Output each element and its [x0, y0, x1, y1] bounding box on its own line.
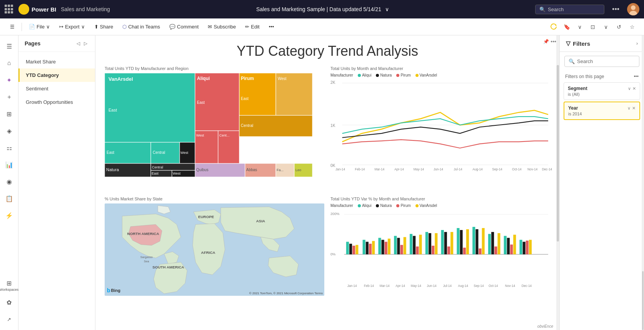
secondbar-more-button[interactable]: ••• — [265, 22, 278, 32]
svg-text:ASIA: ASIA — [256, 219, 265, 223]
svg-text:NORTH AMERICA: NORTH AMERICA — [127, 232, 159, 236]
pages-prev-arrow[interactable]: ◁ — [75, 40, 82, 47]
view-button[interactable]: ⊡ — [587, 21, 599, 33]
svg-rect-121 — [523, 242, 526, 255]
svg-rect-106 — [463, 248, 466, 254]
reset-button[interactable]: ↺ — [613, 21, 625, 33]
page-item-ytd-category[interactable]: YTD Category — [18, 68, 95, 82]
svg-rect-103 — [450, 232, 453, 254]
bookmark-button[interactable]: 🔖 — [561, 21, 572, 33]
svg-text:Sep-14: Sep-14 — [474, 284, 484, 288]
secondbar: ☰ 📄 File ∨ ↦ Export ∨ ⬆ Share ⬡ Chat in … — [0, 18, 644, 35]
filter-year-dropdown-icon[interactable]: ∨ — [627, 106, 631, 111]
svg-rect-85 — [382, 240, 384, 255]
pin-icon[interactable]: 📌 — [543, 39, 549, 44]
page-item-sentiment[interactable]: Sentiment — [18, 82, 95, 95]
subscribe-button[interactable]: ✉ Subscribe — [204, 22, 240, 32]
edit-label: Edit — [251, 24, 259, 30]
leftnav-item-menu[interactable]: ☰ — [2, 38, 17, 54]
file-button[interactable]: 📄 File ∨ — [25, 22, 54, 32]
share-button[interactable]: ⬆ Share — [90, 22, 117, 32]
filter-card-segment[interactable]: Segment ∨ ✕ is (All) — [564, 82, 640, 100]
line-chart-legend: Manufacturer Aliqui Natura Pirum VanArsd… — [330, 73, 550, 77]
svg-rect-84 — [378, 238, 381, 254]
leftnav-item-home[interactable]: ⌂ — [2, 55, 17, 71]
subscribe-icon: ✉ — [208, 24, 212, 30]
leftnav-item-navigate[interactable]: ↗ — [2, 312, 17, 327]
page-item-market-share[interactable]: Market Share — [18, 55, 95, 68]
comment-button[interactable]: 💬 Comment — [165, 22, 202, 32]
svg-rect-80 — [363, 240, 365, 255]
refresh-button[interactable] — [548, 21, 559, 33]
chevron-icon[interactable]: ∨ — [385, 6, 389, 12]
bar-chart[interactable]: 200% 0% — [330, 209, 550, 302]
svg-rect-104 — [457, 228, 459, 254]
leftnav-item-realtime[interactable]: ⚡ — [2, 208, 17, 223]
svg-rect-87 — [388, 238, 390, 254]
svg-text:Dec-14: Dec-14 — [522, 284, 532, 288]
edit-button[interactable]: ✏ Edit — [241, 22, 263, 32]
leftnav-item-metrics[interactable]: 📊 — [2, 157, 17, 172]
svg-text:0%: 0% — [330, 252, 335, 256]
filter-segment-clear-icon[interactable]: ✕ — [632, 86, 636, 91]
svg-rect-96 — [425, 232, 428, 254]
svg-text:Leo: Leo — [295, 168, 301, 172]
filter-card-year[interactable]: Year ∨ ✕ is 2014 — [564, 102, 640, 120]
svg-text:Central: Central — [152, 165, 163, 169]
leftnav-item-workspaces[interactable]: ⊞Workspaces — [2, 278, 17, 293]
report-header-title: Sales and Marketing Sample | Data update… — [115, 6, 531, 12]
content-more-icon[interactable]: ••• — [551, 38, 556, 45]
leftnav-item-browse[interactable]: ⊞ — [2, 106, 17, 122]
filters-section-more[interactable]: ••• — [634, 74, 639, 79]
filters-scrollbar[interactable] — [642, 35, 644, 330]
leftnav-item-copilot[interactable]: ✦ — [2, 72, 17, 88]
filter-segment-dropdown-icon[interactable]: ∨ — [628, 86, 631, 91]
topbar-more-button[interactable]: ••• — [609, 4, 622, 15]
pages-next-arrow[interactable]: ▷ — [82, 40, 89, 47]
chat-teams-button[interactable]: ⬡ Chat in Teams — [118, 22, 164, 32]
bar-legend-pirum: Pirum — [396, 203, 410, 208]
filter-year-title: Year — [568, 105, 578, 111]
map-chart[interactable]: NORTH AMERICA EUROPE ASIA AFRICA SOUTH A… — [105, 203, 324, 296]
line-chart[interactable]: 2K 1K 0K — [330, 79, 550, 187]
svg-text:Jul-14: Jul-14 — [454, 167, 462, 171]
star-button[interactable]: ☆ — [626, 21, 638, 33]
user-avatar[interactable] — [627, 3, 639, 15]
topbar-search-box[interactable]: 🔍 Search — [535, 5, 604, 14]
filters-search-box[interactable]: 🔍 Search — [564, 56, 639, 67]
view-dropdown-button[interactable]: ∨ — [600, 21, 612, 33]
svg-rect-2 — [25, 8, 27, 11]
filters-expand-icon[interactable]: › — [636, 41, 638, 46]
app-grid-icon[interactable] — [5, 5, 14, 14]
line-chart-svg: 2K 1K 0K — [330, 79, 550, 171]
powerbi-logo: Power BI — [18, 4, 56, 15]
export-button[interactable]: ↦ Export ∨ — [55, 22, 89, 32]
line-chart-section: Total Units by Month and Manufacturer Ma… — [327, 63, 553, 193]
filters-scrollbar-thumb[interactable] — [642, 271, 644, 330]
svg-rect-116 — [504, 236, 507, 254]
export-label: Export — [65, 24, 80, 30]
bar-legend-aliqui: Aliqui — [358, 203, 371, 208]
leftnav-item-learn[interactable]: 📋 — [2, 191, 17, 206]
filter-year-clear-icon[interactable]: ✕ — [632, 106, 636, 111]
content-scrollbar[interactable] — [556, 35, 559, 330]
pages-header: Pages ◁ ▷ — [18, 35, 95, 52]
obvi-badge: obviEnce — [537, 324, 553, 328]
page-item-growth[interactable]: Growth Opportunities — [18, 95, 95, 109]
bookmark-dropdown-button[interactable]: ∨ — [574, 21, 586, 33]
svg-text:Quibus: Quibus — [196, 168, 209, 172]
leftnav-item-create[interactable]: ＋ — [2, 89, 17, 105]
svg-rect-123 — [529, 240, 532, 255]
leftnav-item-monitor[interactable]: ◉ — [2, 174, 17, 189]
leftnav-item-apps[interactable]: ⚏ — [2, 140, 17, 155]
treemap-chart[interactable]: VanArsdel East East Central West Aliqui … — [105, 73, 324, 181]
leftnav: ☰ ⌂ ✦ ＋ ⊞ ◈ ⚏ 📊 ◉ 📋 ⚡ ⊞Workspaces ✿ ↗ — [0, 35, 18, 330]
hamburger-button[interactable]: ☰ — [6, 22, 18, 32]
svg-text:Dec-14: Dec-14 — [542, 167, 552, 171]
svg-text:Oct-14: Oct-14 — [489, 284, 498, 288]
teams-icon: ⬡ — [122, 24, 127, 30]
leftnav-item-bottom[interactable]: ✿ — [2, 295, 17, 310]
content-scrollbar-thumb[interactable] — [557, 65, 559, 242]
leftnav-item-onelake[interactable]: ◈ — [2, 123, 17, 138]
comment-label: Comment — [177, 24, 199, 30]
